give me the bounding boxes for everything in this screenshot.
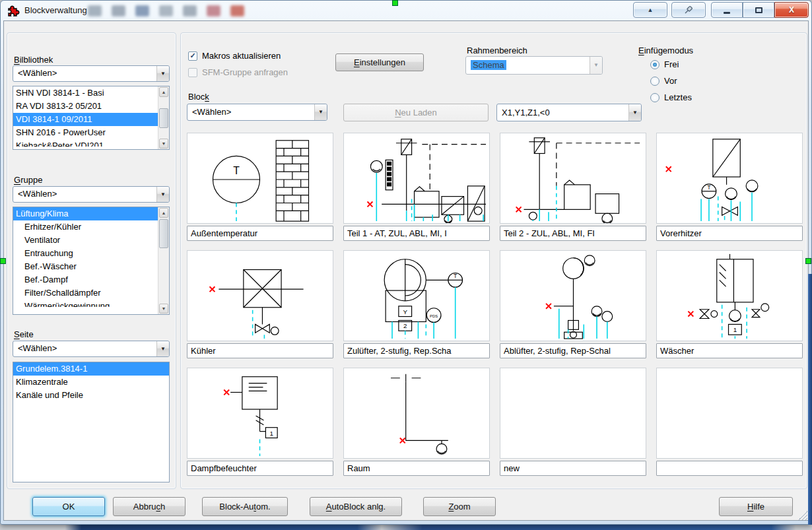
list-item-selected[interactable]: VDI 3814-1 09/2011 <box>13 113 158 126</box>
ok-button[interactable]: OK <box>32 497 105 516</box>
seite-combo[interactable]: <Wählen> ▼ <box>13 341 170 357</box>
block-preview-zuluefter[interactable]: T Y 2 PDS <box>343 250 490 341</box>
abbruch-button[interactable]: Abbruch <box>113 497 186 516</box>
sfm-label: SFM-Gruppe anfragen <box>202 67 288 77</box>
makros-label: Makros aktualisieren <box>202 51 281 61</box>
radio-frei[interactable]: Frei <box>650 59 679 69</box>
title-bar: Blockverwaltung ▲ <box>1 1 811 20</box>
list-item[interactable]: Bef.-Dampf <box>13 273 158 286</box>
scrollbar[interactable]: ▲ ▼ <box>158 207 169 314</box>
block-name-field[interactable]: Teil 2 - ZUL, ABL, MI, FI <box>500 226 646 241</box>
block-preview-raum[interactable] <box>343 368 490 459</box>
block-name-field[interactable]: Raum <box>343 461 490 476</box>
bibliothek-label: Bilbliothek <box>14 55 53 65</box>
seite-list[interactable]: Grundelem.3814-1 Klimazentrale Kanäle un… <box>13 362 170 482</box>
collapse-arrow-icon: ▲ <box>648 7 654 13</box>
svg-text:T: T <box>707 184 711 191</box>
list-item-selected[interactable]: Grundelem.3814-1 <box>13 362 169 376</box>
block-name-field[interactable]: Ablüfter, 2-stufig, Rep-Schal <box>500 343 646 358</box>
seite-label: Seite <box>14 329 34 339</box>
block-name-field[interactable]: Kühler <box>187 343 333 358</box>
gruppe-combo[interactable]: <Wählen> ▼ <box>13 186 170 203</box>
block-name-field[interactable]: new <box>500 461 646 476</box>
list-item[interactable]: Entrauchung <box>13 247 158 260</box>
coordinate-combo[interactable]: X1,Y1,Z1,<0 ▼ <box>496 104 642 121</box>
scroll-up-button[interactable]: ▲ <box>159 87 168 97</box>
list-item-selected[interactable]: Lüftung/Klima <box>13 207 158 220</box>
zoom-button[interactable]: Zoom <box>423 497 496 516</box>
svg-text:T: T <box>454 273 457 279</box>
teil1-schematic <box>344 133 489 223</box>
scrollbar-thumb[interactable] <box>159 108 168 128</box>
aussentemperatur-schematic: T <box>187 133 333 223</box>
list-item[interactable]: Erhitzer/Kühler <box>13 220 158 234</box>
block-combo[interactable]: <Wählen> ▼ <box>187 104 327 121</box>
vorerhitzer-schematic: T <box>657 133 802 223</box>
list-item[interactable]: Kieback&Peter VDI201 <box>13 139 158 147</box>
block-preview-vorerhitzer[interactable]: T <box>656 133 803 224</box>
block-preview-waescher[interactable]: 1 <box>656 250 803 341</box>
background-toolbar-blur <box>88 4 244 17</box>
list-item[interactable]: Ventilator <box>13 234 158 247</box>
list-item[interactable]: SHN 2016 - PowerUser <box>13 126 158 139</box>
rahmenbereich-label: Rahmenbereich <box>467 46 527 55</box>
resize-grip[interactable] <box>798 511 807 520</box>
list-item[interactable]: SHN VDI 3814-1 - Basi <box>13 86 158 100</box>
block-preview-kuehler[interactable] <box>187 250 333 341</box>
library-list[interactable]: SHN VDI 3814-1 - Basi RA VDI 3813-2 05/2… <box>13 86 170 150</box>
list-item[interactable]: RA VDI 3813-2 05/201 <box>13 100 158 113</box>
collapse-button[interactable]: ▲ <box>633 2 667 18</box>
gruppe-list[interactable]: Lüftung/Klima Erhitzer/Kühler Ventilator… <box>13 207 170 315</box>
close-button[interactable]: X <box>774 2 809 18</box>
block-preview-abluefter[interactable] <box>500 250 646 341</box>
block-preview-dampfbefeuchter[interactable]: 1 <box>187 368 333 459</box>
block-preview-teil2[interactable] <box>500 133 646 224</box>
maximize-button[interactable] <box>743 2 774 18</box>
einfuegemodus-label: Einfügemodus <box>638 46 693 55</box>
scrollbar-thumb[interactable] <box>159 219 168 248</box>
rahmenbereich-combo: Schema ▼ <box>465 56 603 75</box>
radio-vor[interactable]: Vor <box>650 76 677 86</box>
block-name-field[interactable]: Teil 1 - AT, ZUL, ABL, MI, I <box>343 226 490 241</box>
list-item[interactable]: Bef.-Wäscher <box>13 260 158 273</box>
block-preview-empty[interactable] <box>656 368 803 459</box>
chevron-down-icon: ▼ <box>590 57 602 74</box>
scroll-up-button[interactable]: ▲ <box>159 208 168 218</box>
block-preview-new[interactable] <box>500 368 646 459</box>
dampfbefeuchter-schematic: 1 <box>187 368 333 458</box>
neu-laden-button: Neu Laden <box>343 104 489 121</box>
puzzle-icon <box>7 4 20 17</box>
scroll-down-button[interactable]: ▼ <box>159 139 168 149</box>
list-item[interactable]: Klimazentrale <box>13 376 169 389</box>
library-combo[interactable]: <Wählen> ▼ <box>13 65 170 82</box>
zuluefter-schematic: T Y 2 PDS <box>344 251 489 341</box>
block-name-field[interactable] <box>656 461 803 476</box>
makros-aktualisieren-checkbox[interactable]: ✓ Makros aktualisieren <box>188 51 281 61</box>
radio-icon <box>650 77 660 86</box>
autoblock-anlg-button[interactable]: AutoBlock anlg. <box>310 497 402 516</box>
dialog-title: Blockverwaltung <box>24 5 87 15</box>
close-icon: X <box>789 5 794 15</box>
block-autom-button[interactable]: Block-Autom. <box>202 497 288 516</box>
pin-button[interactable] <box>671 2 706 18</box>
radio-letztes[interactable]: Letztes <box>650 92 692 102</box>
teil2-schematic <box>500 133 646 223</box>
scrollbar[interactable]: ▲ ▼ <box>158 86 169 149</box>
block-name-field[interactable]: Außentemperatur <box>187 226 333 241</box>
list-item[interactable]: Kanäle und Pfeile <box>13 389 169 402</box>
svg-text:T: T <box>233 165 240 176</box>
hilfe-button[interactable]: Hilfe <box>719 497 793 516</box>
block-preview-aussentemperatur[interactable]: T <box>187 133 333 224</box>
list-item[interactable]: Filter/Schalldämpfer <box>13 286 158 300</box>
svg-text:PDS: PDS <box>430 314 438 318</box>
minimize-button[interactable] <box>711 2 743 18</box>
einstellungen-button[interactable]: Einstellungen <box>335 53 424 71</box>
list-item[interactable]: Wärmerückgewinnung <box>13 300 158 307</box>
block-name-field[interactable]: Wäscher <box>656 343 803 358</box>
chevron-down-icon: ▼ <box>156 66 169 81</box>
scroll-down-button[interactable]: ▼ <box>159 304 168 314</box>
block-name-field[interactable]: Dampfbefeuchter <box>187 461 333 476</box>
block-name-field[interactable]: Vorerhitzer <box>656 226 803 241</box>
block-preview-teil1[interactable] <box>343 133 490 224</box>
block-name-field[interactable]: Zulüfter, 2-stufig, Rep.Scha <box>343 343 490 358</box>
